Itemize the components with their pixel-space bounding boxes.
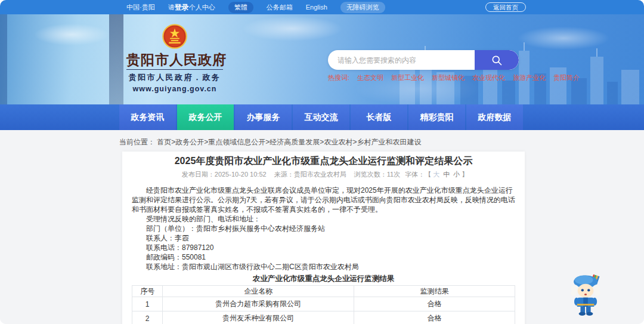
login-bold[interactable]: 登录 [175,3,189,11]
nav-item-hudong-jiaoliu[interactable]: 互动交流 [293,104,349,130]
browser-page: 中国·贵阳 请登录个人中心 繁體 公务邮箱 English 无障碍浏览 返回首页 [0,0,644,324]
col-header-result: 监测结果 [354,286,515,297]
cell-index: 1 [132,297,163,311]
hot-word[interactable]: 旅游产业化 [513,73,546,82]
search-input[interactable] [328,50,475,70]
nav-item-banshi-fuwu[interactable]: 办事服务 [235,104,292,130]
font-size-small-button[interactable]: 小 [453,171,460,178]
content-area: 当前位置： 首页>政务公开>重点领域信息公开>经济高质量发展>农业农村>乡村产业… [0,130,644,324]
hot-word[interactable]: 新型城镇化 [432,73,465,82]
national-emblem-icon [162,24,187,49]
banner-building-strip [109,14,123,104]
search-box [328,50,519,70]
view-count: 浏览次数：11次 [354,171,400,178]
return-home-button[interactable]: 返回首页 [485,2,526,12]
article-paragraph: 经贵阳市农业产业化市级重点龙头企业联席会议成员单位审定，现对2025年开展的农业… [132,186,515,214]
cell-company: 贵州友禾种业有限公司 [163,311,354,324]
cell-result: 合格 [354,311,515,324]
traditional-chinese-link[interactable]: 繁體 [228,2,253,13]
col-header-index: 序号 [132,286,163,297]
hot-word[interactable]: 农业现代化 [472,73,505,82]
hot-search-label: 热搜词: [328,73,349,82]
english-link[interactable]: English [306,4,327,11]
site-url: www.guiyang.gov.cn [126,85,223,93]
accessibility-link[interactable]: 无障碍浏览 [340,2,385,13]
top-utility-bar: 中国·贵阳 请登录个人中心 繁體 公务邮箱 English 无障碍浏览 返回首页 [0,0,644,14]
breadcrumb: 当前位置： 首页>政务公开>重点领域信息公开>经济高质量发展>农业农村>乡村产业… [0,130,644,147]
article-paragraph: 受理情况反映的部门、电话和地址： [132,214,515,224]
region-link[interactable]: 中国·贵阳 [126,3,155,12]
article-meta: 发布日期：2025-10-20 10:52 来源：贵阳市农业农村局 浏览次数：1… [132,171,515,178]
cell-index: 2 [132,311,163,324]
search-button[interactable] [475,50,519,70]
table-header-row: 序号 企业名称 监测结果 [132,286,515,297]
site-banner: 贵阳市人民政府 贵阳市人民政府．政务 www.guiyang.gov.cn 热搜… [0,14,644,104]
site-logo-block[interactable]: 贵阳市人民政府 贵阳市人民政府．政务 www.guiyang.gov.cn [126,24,223,93]
article-paragraph: 联系人：李霞 [132,233,515,243]
nav-item-jingcai-guiyang[interactable]: 精彩贵阳 [408,104,465,130]
font-size-large-button[interactable]: 大 [433,171,439,178]
site-name: 贵阳市人民政府 [126,52,223,67]
article-paragraph: 部门（单位）：贵阳市乡村振兴服务中心农村经济服务站 [132,224,515,233]
search-block: 热搜词: 生态文明 新型工业化 新型城镇化 农业现代化 旅游产业化 贵阳简介 [328,50,519,82]
monitoring-result-table: 序号 企业名称 监测结果 1 贵州合力超市采购有限公司 合格 2 贵州友禾种业有… [132,285,515,324]
font-size-label-close: 】 [462,171,468,178]
hot-search-row: 热搜词: 生态文明 新型工业化 新型城镇化 农业现代化 旅游产业化 贵阳简介 [328,73,519,82]
hot-word[interactable]: 生态文明 [357,73,383,82]
nav-item-zhengwu-gongkai[interactable]: 政务公开 [177,104,234,130]
login-link[interactable]: 请登录个人中心 [168,2,215,13]
official-mail-link[interactable]: 公务邮箱 [267,3,293,12]
publish-date: 发布日期：2025-10-20 10:52 [182,171,267,178]
hot-word[interactable]: 贵阳简介 [553,73,580,82]
col-header-company: 企业名称 [163,286,354,297]
article-title: 2025年度贵阳市农业产业化市级重点龙头企业运行监测和评定结果公示 [132,155,515,167]
result-table-title: 农业产业化市级重点龙头企业运行监测结果 [132,274,515,283]
mascot-assistant-icon[interactable] [568,270,605,318]
article-paragraph: 联系电话：87987120 [132,243,515,252]
cell-company: 贵州合力超市采购有限公司 [163,297,354,311]
article-card: 2025年度贵阳市农业产业化市级重点龙头企业运行监测和评定结果公示 发布日期：2… [122,152,525,324]
banner-left-edge-decor [0,14,7,104]
article-paragraph: 邮政编码：550081 [132,252,515,262]
cell-result: 合格 [354,297,515,311]
font-size-label: 字体：【 [405,171,431,178]
breadcrumb-label: 当前位置： [119,138,155,146]
main-nav: 政务资讯 政务公开 办事服务 互动交流 长者版 精彩贵阳 政府数据 [0,104,644,130]
site-subtitle: 贵阳市人民政府．政务 [126,72,223,83]
article-source: 来源：贵阳市农业农村局 [274,171,346,178]
table-row: 1 贵州合力超市采购有限公司 合格 [132,297,515,311]
article-paragraph: 联系地址：贵阳市观山湖区市级行政中心二期C区贵阳市农业农村局 [132,262,515,271]
logo-divider [126,69,223,70]
breadcrumb-path[interactable]: 首页>政务公开>重点领域信息公开>经济高质量发展>农业农村>乡村产业和农田建设 [157,138,421,146]
nav-item-zhengfu-shuju[interactable]: 政府数据 [466,104,523,130]
hot-word[interactable]: 新型工业化 [391,73,424,82]
nav-item-zhengwu-zixun[interactable]: 政务资讯 [119,104,176,130]
search-icon [491,54,503,66]
font-size-medium-button[interactable]: 中 [443,171,450,178]
table-row: 2 贵州友禾种业有限公司 合格 [132,311,515,324]
nav-item-zhangzheban[interactable]: 长者版 [351,104,407,130]
